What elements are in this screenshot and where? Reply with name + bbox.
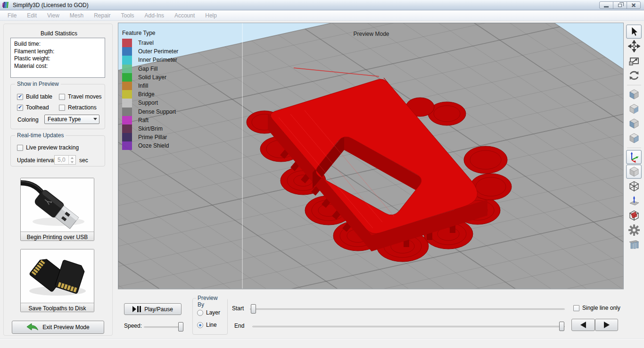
- window-title: Simplify3D (Licensed to GOD): [13, 2, 89, 8]
- end-label: End: [234, 323, 244, 329]
- travel-moves-checkbox[interactable]: Travel moves: [59, 93, 102, 100]
- travel-swatch: [122, 39, 132, 47]
- exit-preview-mode-label: Exit Preview Mode: [42, 324, 89, 331]
- step-back-button[interactable]: [571, 319, 595, 331]
- scale-view-button[interactable]: [626, 54, 642, 68]
- menu-repair[interactable]: Repair: [89, 12, 116, 19]
- view-cube-3-button[interactable]: [626, 116, 642, 131]
- spinner-down-icon: [69, 160, 75, 164]
- ooze-shield-swatch: [122, 141, 132, 150]
- toolhead-checkbox[interactable]: Toolhead: [17, 104, 49, 111]
- travel-moves-checkbox-box[interactable]: [59, 94, 65, 100]
- legend-item: Prime Pillar: [122, 133, 178, 141]
- single-line-checkbox-box[interactable]: [573, 305, 579, 311]
- toolbar-separator: [627, 85, 641, 85]
- update-interval-spinner[interactable]: 5,0: [54, 155, 76, 165]
- start-slider-track[interactable]: [250, 308, 565, 310]
- save-toolpaths-button[interactable]: Save Toolpaths to Disk: [20, 249, 94, 312]
- cursor-icon: [628, 26, 640, 37]
- legend-item: Outer Perimeter: [122, 47, 178, 56]
- menu-add-ins[interactable]: Add-Ins: [140, 12, 169, 19]
- view-cube-1-button[interactable]: [626, 87, 642, 101]
- view-cube-icon: [628, 117, 640, 130]
- end-slider-track[interactable]: [252, 326, 565, 327]
- stat-plastic-weight: Plastic weight:: [14, 55, 101, 63]
- chevron-down-icon: [93, 118, 97, 120]
- machine-settings-button[interactable]: [626, 223, 642, 237]
- legend-item: Gap Fill: [122, 65, 178, 73]
- menu-account[interactable]: Account: [169, 12, 200, 19]
- solid-layer-swatch: [122, 73, 132, 82]
- menu-edit[interactable]: Edit: [22, 12, 42, 19]
- save-toolpaths-label: Save Toolpaths to Disk: [21, 303, 94, 312]
- layer-radio-circle[interactable]: [197, 310, 203, 316]
- toolhead-checkbox-box[interactable]: [17, 105, 23, 111]
- live-preview-tracking-checkbox-box[interactable]: [17, 145, 23, 151]
- restore-button[interactable]: [613, 1, 627, 9]
- start-label: Start: [232, 305, 244, 312]
- menu-bar: File Edit View Mesh Repair Tools Add-Ins…: [0, 10, 644, 21]
- view-cube-2-button[interactable]: [626, 102, 642, 116]
- play-pause-label: Play/Pause: [144, 306, 173, 313]
- rotate-view-button[interactable]: [626, 68, 642, 83]
- preview-by-layer-radio[interactable]: Layer: [197, 309, 220, 316]
- infill-swatch: [122, 82, 132, 90]
- build-table-checkbox-box[interactable]: [17, 94, 23, 100]
- pan-view-button[interactable]: [626, 39, 642, 53]
- bridge-swatch: [122, 90, 132, 99]
- restore-icon: [618, 4, 622, 7]
- menu-help[interactable]: Help: [200, 12, 222, 19]
- preview-controls-bar: Play/Pause Speed: Preview By Layer Line …: [118, 289, 624, 339]
- show-axes-button[interactable]: [626, 150, 642, 164]
- build-statistics-box: Build time: Filament length: Plastic wei…: [10, 38, 105, 78]
- end-slider-handle[interactable]: [559, 322, 564, 331]
- retractions-checkbox-box[interactable]: [59, 105, 65, 111]
- preview-by-line-radio[interactable]: Line: [197, 322, 217, 328]
- play-pause-icon: [132, 306, 141, 312]
- sd-cards-image: [21, 249, 94, 301]
- legend-item: Dense Support: [122, 108, 178, 116]
- solid-render-button[interactable]: [626, 165, 642, 179]
- speed-slider-track[interactable]: [144, 326, 183, 328]
- view-cube-4-button[interactable]: [626, 131, 642, 145]
- support-structures-button[interactable]: [626, 238, 642, 252]
- cross-section-button[interactable]: [626, 208, 642, 223]
- view-cube-icon: [628, 103, 640, 115]
- wireframe-render-button[interactable]: [626, 179, 642, 193]
- begin-printing-usb-button[interactable]: Begin Printing over USB: [20, 178, 94, 241]
- minimize-button[interactable]: [599, 1, 613, 9]
- speed-slider-handle[interactable]: [178, 322, 183, 331]
- feature-type-legend: Feature Type Travel Outer Perimeter Inne…: [122, 30, 178, 150]
- line-radio-circle[interactable]: [197, 322, 203, 328]
- step-forward-button[interactable]: [595, 319, 618, 331]
- viewport-3d[interactable]: Feature Type Travel Outer Perimeter Inne…: [118, 23, 624, 289]
- preview-by-title: Preview By: [196, 295, 227, 308]
- gap-fill-swatch: [122, 65, 132, 73]
- menu-view[interactable]: View: [42, 12, 65, 19]
- right-arrow-icon: [604, 322, 610, 328]
- menu-tools[interactable]: Tools: [116, 12, 140, 19]
- coloring-dropdown[interactable]: Feature Type: [44, 115, 99, 124]
- usb-plug-image: [21, 178, 94, 230]
- play-pause-button[interactable]: Play/Pause: [124, 303, 182, 315]
- build-table-checkbox[interactable]: Build table: [17, 93, 52, 100]
- menu-file[interactable]: File: [2, 12, 22, 19]
- single-line-only-checkbox[interactable]: Single line only: [573, 305, 620, 311]
- live-preview-tracking-checkbox[interactable]: Live preview tracking: [17, 144, 79, 151]
- select-cursor-button[interactable]: [626, 25, 642, 39]
- legend-item: Infill: [122, 82, 178, 90]
- exit-preview-mode-button[interactable]: Exit Preview Mode: [12, 321, 104, 334]
- legend-item: Ooze Shield: [122, 141, 178, 150]
- legend-item: Inner Perimeter: [122, 56, 178, 64]
- retractions-checkbox[interactable]: Retractions: [59, 104, 97, 111]
- build-plate-scene: [118, 23, 624, 289]
- close-button[interactable]: ❌︎: [627, 1, 641, 9]
- supports-icon: [628, 239, 640, 251]
- start-slider-handle[interactable]: [251, 304, 256, 314]
- back-arrow-icon: [26, 323, 39, 331]
- dense-support-swatch: [122, 108, 132, 116]
- preview-mode-label: Preview Mode: [118, 31, 624, 37]
- inner-perimeter-swatch: [122, 56, 132, 64]
- show-normals-button[interactable]: [626, 194, 642, 208]
- menu-mesh[interactable]: Mesh: [65, 12, 89, 19]
